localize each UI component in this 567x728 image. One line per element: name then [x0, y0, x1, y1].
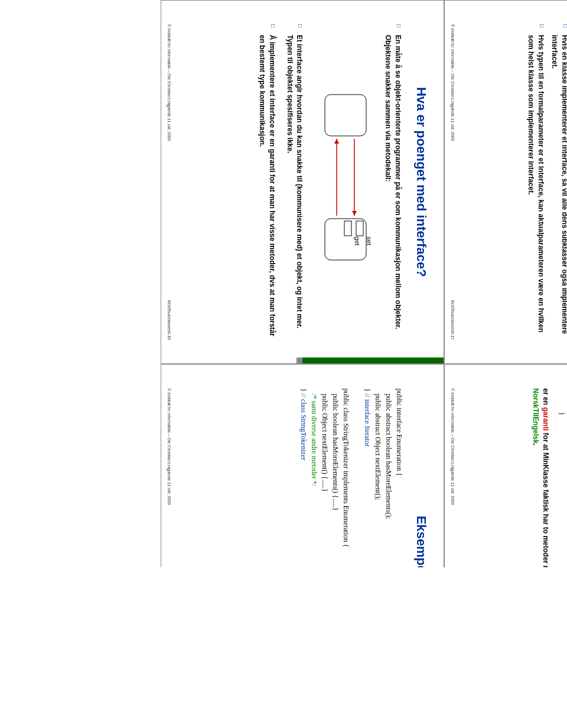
paragraph: er en garanti for at MinKlasse faktisk h…: [530, 388, 550, 567]
code-block: class MinKlasse implements Oversetter { …: [556, 412, 567, 567]
accent-bar: [302, 358, 444, 363]
slide-interface: Interface Et interface er som en strippe…: [444, 0, 567, 364]
code-block: public interface Enumeration { public ab…: [298, 388, 405, 567]
bullet: Et interface angir hvordan du kan snakke…: [285, 24, 305, 340]
bullet: En måte å se objekt-orienterte programme…: [383, 24, 403, 340]
object-diagram: set get: [316, 24, 375, 340]
slide-title: Eksempel: [413, 388, 429, 567]
slide-footer: © Institutt for informatikk – Ole Christ…: [167, 388, 171, 567]
svg-marker-5: [352, 211, 357, 216]
svg-rect-2: [356, 221, 363, 236]
set-label: set: [366, 236, 373, 245]
slide-poenget: Hva er poenget med interface? En måte å …: [161, 0, 444, 364]
slide-footer: © Institutt for informatikk – Ole Christ…: [451, 24, 455, 340]
svg-rect-0: [325, 95, 366, 136]
bullet: Å implementere et interface er en garant…: [257, 24, 277, 340]
slide-footer: © Institutt for informatikk – Ole Christ…: [451, 388, 455, 567]
slide-bruk: Bruk av interface Istedet for å angi nøy…: [444, 364, 567, 567]
bullet: Hvis en klasse implementerer et interfac…: [549, 24, 567, 340]
slide-footer: © Institutt for informatikk – Ole Christ…: [167, 24, 171, 340]
slide-eksempel: Eksempel public interface Enumeration { …: [161, 364, 444, 567]
get-label: get: [354, 236, 361, 245]
slide-title: Hva er poenget med interface?: [413, 24, 429, 340]
svg-rect-3: [344, 221, 351, 236]
svg-marker-7: [334, 139, 339, 144]
bullet: Hvis typen til en formalparameter er et …: [526, 24, 546, 340]
